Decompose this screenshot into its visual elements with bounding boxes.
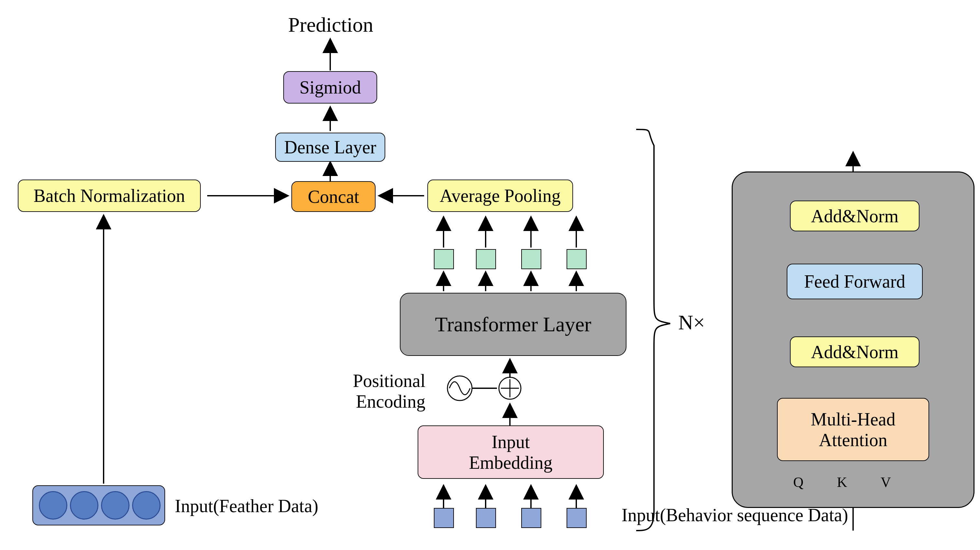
batchnorm-box: Batch Normalization — [18, 179, 201, 212]
feather-circle-3 — [101, 491, 129, 520]
diagram-stage: Prediction Sigmiod Dense Layer Concat Ba… — [0, 0, 980, 550]
input-feather-label: Input(Feather Data) — [175, 496, 318, 516]
green-out-1 — [434, 249, 454, 269]
behavior-in-4 — [566, 508, 587, 528]
feather-circle-1 — [39, 491, 67, 520]
v-label: V — [881, 474, 891, 490]
feather-circle-4 — [132, 491, 161, 520]
concat-text: Concat — [308, 186, 360, 207]
sigmoid-text: Sigmiod — [299, 77, 361, 98]
k-label: K — [837, 474, 847, 490]
dense-text: Dense Layer — [284, 137, 377, 158]
sigmoid-box: Sigmiod — [283, 71, 377, 103]
transformer-box: Transformer Layer — [400, 293, 627, 356]
concat-box: Concat — [291, 181, 375, 212]
transformer-text: Transformer Layer — [435, 312, 592, 336]
inputembed-box: Input Embedding — [418, 425, 604, 479]
behavior-in-2 — [476, 508, 496, 528]
avgpool-text: Average Pooling — [440, 185, 561, 206]
dense-box: Dense Layer — [275, 133, 385, 162]
avgpool-box: Average Pooling — [427, 179, 573, 212]
green-out-3 — [521, 249, 541, 269]
n-times-label: N× — [678, 311, 705, 334]
addnorm-upper-text: Add&Norm — [811, 206, 899, 227]
green-out-2 — [476, 249, 496, 269]
addnorm-lower-text: Add&Norm — [811, 342, 899, 362]
positional-label: Positional Encoding — [353, 371, 425, 412]
feedforward-box: Feed Forward — [787, 264, 923, 299]
feedforward-text: Feed Forward — [804, 271, 905, 292]
multihead-box: Multi-Head Attention — [777, 398, 929, 461]
q-label: Q — [793, 474, 803, 490]
green-out-4 — [566, 249, 587, 269]
prediction-label: Prediction — [288, 13, 373, 37]
inputembed-text: Input Embedding — [469, 431, 552, 473]
behavior-in-1 — [434, 508, 454, 528]
multihead-text: Multi-Head Attention — [811, 409, 895, 450]
batchnorm-text: Batch Normalization — [33, 185, 185, 206]
addnorm-lower-box: Add&Norm — [790, 336, 920, 367]
feather-circle-2 — [70, 491, 99, 520]
addnorm-upper-box: Add&Norm — [790, 201, 920, 231]
behavior-in-3 — [521, 508, 541, 528]
